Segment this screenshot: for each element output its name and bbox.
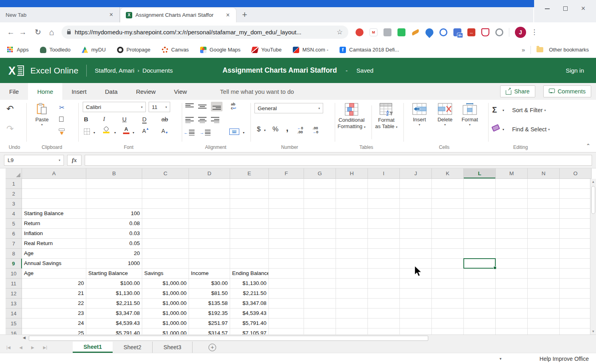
cell-L2[interactable] <box>464 189 496 199</box>
cell-L8[interactable] <box>464 249 496 259</box>
shrink-font-icon[interactable]: A▼ <box>161 128 168 134</box>
cell-N2[interactable] <box>528 189 560 199</box>
cell-I2[interactable] <box>368 189 400 199</box>
bookmark-protopage[interactable]: Protopage <box>117 47 151 53</box>
cell-C2[interactable] <box>142 189 189 199</box>
copy-icon[interactable] <box>59 117 64 122</box>
cell-J1[interactable] <box>400 179 432 189</box>
cell-M7[interactable] <box>496 239 528 249</box>
cell-E16[interactable]: $7,105.97 <box>230 328 269 334</box>
format-cells-button[interactable]: Format ▾ <box>459 103 481 127</box>
row-header-5[interactable]: 5 <box>6 219 22 229</box>
cell-A14[interactable]: 23 <box>22 309 86 318</box>
row-header-10[interactable]: 10 <box>6 269 22 279</box>
cell-K11[interactable] <box>432 279 464 289</box>
cell-H7[interactable] <box>336 239 368 249</box>
selected-cell[interactable] <box>463 258 496 269</box>
cell-L15[interactable] <box>464 318 496 328</box>
cell-D12[interactable]: $81.50 <box>189 289 230 299</box>
cell-K14[interactable] <box>432 309 464 318</box>
cell-K6[interactable] <box>432 229 464 239</box>
cell-O9[interactable] <box>560 259 592 269</box>
cell-F16[interactable] <box>269 328 304 334</box>
cell-H6[interactable] <box>336 229 368 239</box>
cell-J10[interactable] <box>400 269 432 279</box>
cell-I1[interactable] <box>368 179 400 189</box>
cell-A7[interactable]: Real Return <box>22 239 86 249</box>
cell-A8[interactable]: Age <box>22 249 86 259</box>
url-text[interactable]: https://mydomedu-my.sharepoint.com/:x:/r… <box>75 29 301 36</box>
cell-A3[interactable] <box>22 199 86 209</box>
bookmarks-overflow-icon[interactable]: » <box>522 46 525 53</box>
cell-A15[interactable]: 24 <box>22 318 86 328</box>
cell-G10[interactable] <box>304 269 336 279</box>
cell-B1[interactable] <box>86 179 142 189</box>
cell-F12[interactable] <box>269 289 304 299</box>
cell-I5[interactable] <box>368 219 400 229</box>
cell-M12[interactable] <box>496 289 528 299</box>
column-header-F[interactable]: F <box>269 168 304 179</box>
column-header-M[interactable]: M <box>496 168 528 179</box>
cell-M8[interactable] <box>496 249 528 259</box>
sheet-tab-sheet1[interactable]: Sheet1 <box>73 342 113 353</box>
cell-H10[interactable] <box>336 269 368 279</box>
cell-C15[interactable]: $1,000.00 <box>142 318 189 328</box>
cell-L10[interactable] <box>464 269 496 279</box>
cell-C5[interactable] <box>142 219 189 229</box>
cell-C16[interactable]: $1,000.00 <box>142 328 189 334</box>
cell-G9[interactable] <box>304 259 336 269</box>
cell-M9[interactable] <box>496 259 528 269</box>
browser-menu-icon[interactable]: ⋮ <box>531 28 538 36</box>
cell-L3[interactable] <box>464 199 496 209</box>
format-as-table-button[interactable]: A Z Format as Table ▾ <box>372 103 400 130</box>
cell-G5[interactable] <box>304 219 336 229</box>
cell-B14[interactable]: $3,347.08 <box>86 309 142 318</box>
cell-N3[interactable] <box>528 199 560 209</box>
row-header-4[interactable]: 4 <box>6 209 22 219</box>
cell-M1[interactable] <box>496 179 528 189</box>
vertical-scroll-thumb[interactable] <box>591 186 595 214</box>
cell-H1[interactable] <box>336 179 368 189</box>
sheet-tab-sheet2[interactable]: Sheet2 <box>113 342 153 353</box>
cell-I9[interactable] <box>368 259 400 269</box>
cell-N9[interactable] <box>528 259 560 269</box>
cell-A13[interactable]: 22 <box>22 299 86 309</box>
cell-I15[interactable] <box>368 318 400 328</box>
cell-G14[interactable] <box>304 309 336 318</box>
autosum-icon[interactable]: Σ <box>492 105 497 115</box>
font-size-select[interactable]: 11▾ <box>149 102 170 112</box>
cell-M14[interactable] <box>496 309 528 318</box>
first-sheet-icon[interactable]: |◀ <box>6 345 10 350</box>
cell-E7[interactable] <box>230 239 269 249</box>
cell-C10[interactable]: Savings <box>142 269 189 279</box>
bookmark-star-icon[interactable]: ☆ <box>337 28 343 36</box>
cell-M16[interactable] <box>496 328 528 334</box>
cell-H12[interactable] <box>336 289 368 299</box>
cell-N7[interactable] <box>528 239 560 249</box>
next-sheet-icon[interactable]: ▶ <box>31 345 34 350</box>
cell-A9[interactable]: Annual Savings <box>22 259 86 269</box>
cell-K3[interactable] <box>432 199 464 209</box>
cell-J8[interactable] <box>400 249 432 259</box>
maximize-button[interactable] <box>563 6 568 11</box>
cell-E11[interactable]: $1,130.00 <box>230 279 269 289</box>
cell-H3[interactable] <box>336 199 368 209</box>
ribbon-tab-insert[interactable]: Insert <box>62 83 96 100</box>
cell-G6[interactable] <box>304 229 336 239</box>
sheet-tab-sheet3[interactable]: Sheet3 <box>153 342 193 353</box>
redo-button[interactable]: ↷ <box>6 124 14 134</box>
cell-K5[interactable] <box>432 219 464 229</box>
collapse-ribbon-icon[interactable]: ⌃ <box>586 143 590 149</box>
cell-N14[interactable] <box>528 309 560 318</box>
cell-B2[interactable] <box>86 189 142 199</box>
cell-H4[interactable] <box>336 209 368 219</box>
cell-O3[interactable] <box>560 199 592 209</box>
cell-K15[interactable] <box>432 318 464 328</box>
column-header-B[interactable]: B <box>86 168 142 179</box>
cell-L16[interactable] <box>464 328 496 334</box>
column-header-O[interactable]: O <box>560 168 592 179</box>
cell-I10[interactable] <box>368 269 400 279</box>
cell-C4[interactable] <box>142 209 189 219</box>
currency-format-icon[interactable]: $ <box>257 125 260 133</box>
cell-E3[interactable] <box>230 199 269 209</box>
